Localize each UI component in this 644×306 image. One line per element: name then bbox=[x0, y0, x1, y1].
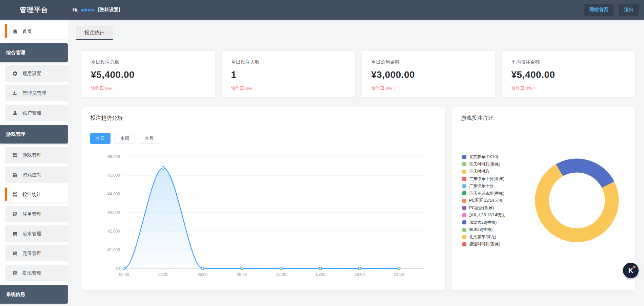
legend-label: 重庆时时彩 bbox=[469, 169, 489, 174]
stat-label: 今日投注总额 bbox=[91, 59, 205, 65]
sidebar-item-account-management[interactable]: 账户管理 bbox=[5, 105, 68, 121]
sidebar-item-label: 投注统计 bbox=[22, 192, 41, 198]
legend-item[interactable]: 加拿大28 13/14玩法 bbox=[462, 212, 505, 219]
legend-swatch bbox=[462, 213, 466, 217]
user-greeting: Hi, admin [资料设置] bbox=[73, 7, 120, 13]
legend-label: 北京赛车(PK10) bbox=[469, 154, 498, 160]
stat-card: 今日投注总额¥5,400.00较昨日 0% ↑ bbox=[81, 51, 215, 97]
svg-text:06:00: 06:00 bbox=[198, 272, 208, 277]
stat-value: 1 bbox=[231, 69, 346, 80]
sidebar-item-label: 游戏管理 bbox=[22, 152, 41, 158]
sidebar-item-order-management[interactable]: 注单管理 bbox=[5, 206, 68, 222]
active-indicator bbox=[5, 188, 7, 201]
legend-item[interactable]: 广东快乐十分 bbox=[462, 182, 505, 190]
stat-delta: 较昨日 0% ↑ bbox=[231, 85, 346, 91]
stat-card: 今日投注人数1较昨日 0% ↑ bbox=[222, 51, 355, 97]
legend-swatch bbox=[462, 162, 466, 166]
range-button-today[interactable]: 今日 bbox=[90, 133, 110, 144]
top-header: 管理平台 Hi, admin [资料设置] 网站首页 退出 bbox=[0, 0, 644, 20]
svg-text:12:00: 12:00 bbox=[276, 272, 286, 277]
legend-item[interactable]: 广东快乐十分(番摊) bbox=[462, 175, 505, 183]
stat-delta: 较昨日 0% ↑ bbox=[91, 85, 205, 91]
sidebar-item-label: 注单管理 bbox=[22, 211, 41, 217]
legend-label: 广东快乐十分(番摊) bbox=[469, 176, 504, 182]
pie-panel-title: 游戏投注占比 bbox=[452, 107, 635, 127]
legend-label: 广东快乐十分 bbox=[469, 183, 494, 189]
legend-label: 极速时时彩(番摊) bbox=[469, 241, 500, 247]
sidebar-item-game-management[interactable]: 游戏管理 bbox=[5, 147, 68, 163]
sidebar-item-label: 游戏控制 bbox=[22, 172, 41, 178]
document-icon bbox=[12, 231, 18, 237]
legend-item[interactable]: 重庆时时彩 bbox=[462, 168, 505, 175]
charts-row: 投注趋势分析 今日本周本月 ¥0¥1,000¥2,000¥3,000¥4,000… bbox=[81, 107, 635, 290]
sidebar-section-system-info[interactable]: 系统信息 bbox=[0, 285, 68, 304]
sidebar-nav: 首页综合管理通用设置管理员管理账户管理游戏管理游戏管理游戏控制投注统计注单管理流… bbox=[0, 20, 68, 306]
profile-settings-link[interactable]: [资料设置] bbox=[98, 7, 120, 13]
legend-swatch bbox=[462, 228, 466, 232]
sidebar-item-game-control[interactable]: 游戏控制 bbox=[5, 167, 68, 183]
stat-delta: 较昨日 0% ↑ bbox=[371, 85, 486, 91]
legend-item[interactable]: 北京赛车(PK10) bbox=[462, 153, 505, 161]
sidebar-item-recharge-management[interactable]: 充值管理 bbox=[5, 245, 68, 261]
tab-bet-statistics[interactable]: 投注统计 bbox=[76, 26, 113, 40]
trend-panel-title: 投注趋势分析 bbox=[81, 107, 445, 127]
legend-item[interactable]: PC蛋蛋(番摊) bbox=[462, 204, 505, 212]
svg-text:¥4,000: ¥4,000 bbox=[107, 192, 120, 196]
sidebar-section-game-management-section[interactable]: 游戏管理 bbox=[0, 125, 68, 144]
svg-text:00:00: 00:00 bbox=[119, 272, 129, 277]
site-home-button[interactable]: 网站首页 bbox=[584, 4, 613, 16]
legend-swatch bbox=[462, 170, 466, 174]
tab-bar: 投注统计 bbox=[76, 26, 635, 40]
active-indicator bbox=[5, 24, 7, 38]
svg-text:¥6,000: ¥6,000 bbox=[107, 154, 120, 159]
customer-service-logo: K bbox=[628, 267, 633, 275]
sidebar-item-label: 流水管理 bbox=[22, 231, 41, 237]
sidebar-item-turnover-management[interactable]: 流水管理 bbox=[5, 225, 68, 242]
pie-panel: 游戏投注占比 北京赛车(PK10)重庆时时彩(番摊)重庆时时彩广东快乐十分(番摊… bbox=[452, 107, 635, 290]
sidebar-item-label: 充值管理 bbox=[22, 250, 41, 257]
legend-label: 重庆幸运农场(番摊) bbox=[469, 191, 504, 196]
stats-row: 今日投注总额¥5,400.00较昨日 0% ↑今日投注人数1较昨日 0% ↑今日… bbox=[81, 51, 635, 97]
stat-value: ¥5,400.00 bbox=[511, 69, 626, 80]
legend-swatch bbox=[462, 155, 466, 159]
legend-item[interactable]: 极速28(番摊) bbox=[462, 226, 505, 234]
document-icon bbox=[12, 250, 18, 256]
donut-chart-canvas bbox=[529, 153, 624, 248]
sidebar-item-withdraw-management[interactable]: 提现管理 bbox=[5, 265, 68, 281]
sidebar-item-home[interactable]: 首页 bbox=[5, 23, 68, 39]
legend-swatch bbox=[462, 235, 466, 239]
legend-label: PC蛋蛋(番摊) bbox=[469, 205, 494, 211]
sidebar-item-bet-statistics[interactable]: 投注统计 bbox=[5, 186, 68, 202]
range-button-month[interactable]: 本月 bbox=[139, 133, 159, 144]
sidebar-section-general-management[interactable]: 综合管理 bbox=[0, 43, 68, 62]
legend-label: 加拿大28(番摊) bbox=[469, 220, 497, 225]
trend-panel: 投注趋势分析 今日本周本月 ¥0¥1,000¥2,000¥3,000¥4,000… bbox=[81, 107, 445, 290]
range-button-week[interactable]: 本周 bbox=[115, 133, 135, 144]
legend-swatch bbox=[462, 206, 466, 210]
legend-label: 极速28(番摊) bbox=[469, 227, 492, 233]
legend-item[interactable]: 极速时时彩(番摊) bbox=[462, 241, 505, 248]
legend-label: 重庆时时彩(番摊) bbox=[469, 161, 500, 167]
stat-card: 今日盈利金额¥3,000.00较昨日 0% ↑ bbox=[362, 51, 495, 97]
legend-item[interactable]: 北京赛车(牌九) bbox=[462, 234, 505, 241]
donut-slice bbox=[560, 166, 608, 185]
legend-item[interactable]: 加拿大28(番摊) bbox=[462, 219, 505, 226]
customer-service-button[interactable]: K bbox=[623, 263, 639, 278]
legend-item[interactable]: 重庆幸运农场(番摊) bbox=[462, 190, 505, 197]
sidebar-item-admin-management[interactable]: 管理员管理 bbox=[5, 85, 68, 101]
main-content: 投注统计 今日投注总额¥5,400.00较昨日 0% ↑今日投注人数1较昨日 0… bbox=[68, 20, 644, 306]
range-buttons: 今日本周本月 bbox=[90, 133, 445, 144]
greeting-prefix: Hi, bbox=[73, 7, 79, 13]
sidebar-item-label: 提现管理 bbox=[22, 270, 41, 276]
legend-swatch bbox=[462, 242, 466, 246]
logout-button[interactable]: 退出 bbox=[619, 4, 639, 16]
stat-value: ¥5,400.00 bbox=[91, 69, 205, 80]
legend-label: 加拿大28 13/14玩法 bbox=[469, 212, 505, 218]
svg-text:21:00: 21:00 bbox=[394, 272, 404, 277]
legend-item[interactable]: PC蛋蛋 13/14玩法 bbox=[462, 197, 505, 204]
stat-value: ¥3,000.00 bbox=[371, 69, 486, 80]
document-icon bbox=[12, 211, 18, 217]
legend-item[interactable]: 重庆时时彩(番摊) bbox=[462, 161, 505, 168]
trend-chart: ¥0¥1,000¥2,000¥3,000¥4,000¥5,000¥6,00000… bbox=[90, 147, 437, 284]
sidebar-item-general-settings[interactable]: 通用设置 bbox=[5, 65, 68, 82]
